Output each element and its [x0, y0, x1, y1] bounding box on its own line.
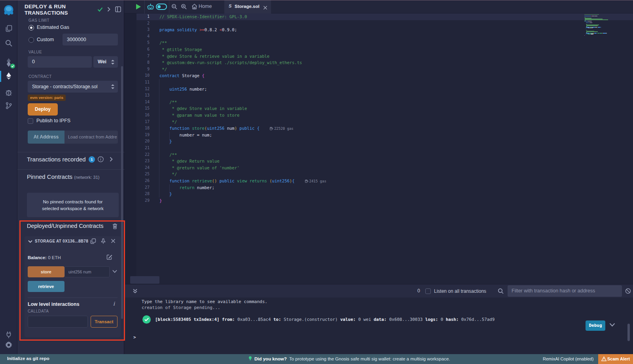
file-explorer-icon[interactable] [5, 25, 13, 32]
window-top-border [0, 0, 633, 0]
code-line: 15 * @dev Store value in variable [124, 105, 633, 112]
pin-icon[interactable] [100, 238, 106, 244]
tab-storage-sol[interactable]: S Storage.sol [224, 0, 271, 13]
panel-scrollbar[interactable] [121, 66, 123, 319]
terminal-line: Type the library name to see available c… [142, 299, 267, 304]
indent-guide [159, 79, 159, 197]
code-line: 26 function retrieve() public view retur… [124, 178, 633, 184]
deploy-button[interactable]: Deploy [28, 103, 58, 116]
custom-gas-radio[interactable] [28, 37, 34, 43]
info-icon[interactable] [98, 156, 104, 162]
clear-terminal-icon[interactable] [625, 288, 631, 294]
code-line: 12 uint256 number; [124, 86, 633, 93]
deploy-run-icon[interactable] [5, 72, 13, 80]
calldata-label: CALLDATA [28, 309, 49, 313]
at-address-input[interactable]: Load contract from Addre [64, 131, 118, 144]
value-unit-select[interactable]: Wei [93, 56, 118, 68]
zoom-out-icon[interactable] [171, 4, 178, 10]
transact-button[interactable]: Transact [91, 316, 118, 328]
lightbulb-icon [248, 356, 252, 361]
gas-limit-label: GAS LIMIT [28, 18, 49, 23]
low-level-title: Low level interactions [28, 301, 80, 307]
scam-alert-button[interactable]: Scam Alert [598, 354, 633, 364]
code-line: 13 [124, 92, 633, 99]
code-line: 24 * @return value of 'number' [124, 165, 633, 171]
search-icon[interactable] [5, 39, 13, 47]
git-init-label[interactable]: Initialize as git repo [7, 356, 49, 361]
code-editor[interactable]: 1// SPDX-License-Identifier: GPL-3.023pr… [124, 13, 633, 284]
icon-rail [0, 0, 17, 354]
trash-icon[interactable] [112, 223, 118, 229]
edit-icon[interactable] [106, 254, 112, 260]
horizontal-scrollbar[interactable] [130, 276, 159, 284]
evm-version-badge: evm version: paris [28, 95, 66, 101]
panel-expand-icon[interactable] [107, 7, 110, 12]
copilot-toggle[interactable] [156, 4, 167, 10]
panel-title: DEPLOY & RUNTRANSACTIONS [25, 4, 68, 16]
terminal-scrollbar[interactable] [627, 324, 630, 341]
listen-all-checkbox[interactable] [425, 288, 431, 294]
lowlevel-info-icon[interactable]: i [113, 301, 115, 307]
solidity-compiler-icon[interactable] [5, 58, 13, 67]
remix-logo[interactable] [3, 4, 15, 16]
publish-ipfs-label: Publish to IPFS [36, 118, 70, 123]
contract-instance-label[interactable]: STORAGE AT 0X136...8B78 [35, 239, 88, 243]
retrieve-function-button[interactable]: retrieve [28, 281, 64, 292]
divider [28, 298, 118, 298]
plugin-manager-icon[interactable] [5, 331, 13, 339]
transaction-log[interactable]: [block:5583405 txIndex:4] from: 0xa03...… [155, 317, 495, 322]
gas-estimate: 22520 gas [270, 125, 294, 132]
transactions-recorded-label: Transactions recorded [27, 156, 86, 163]
publish-ipfs-checkbox[interactable] [28, 118, 33, 124]
at-address-button[interactable]: At Address [28, 131, 64, 144]
code-line: 3pragma solidity >=0.8.2 <0.9.0; [124, 27, 633, 33]
ai-assistant-icon[interactable] [147, 3, 154, 12]
close-icon[interactable] [111, 239, 116, 243]
home-tab-label[interactable]: Home [199, 4, 212, 9]
code-line: 22 /** [124, 152, 633, 158]
tx-expand-chevron-icon[interactable] [609, 323, 615, 327]
did-you-know-tip: Did you know? To prototype using the Gno… [248, 356, 450, 361]
code-line: 8 * @custom:dev-run-script ./scripts/dep… [124, 59, 633, 66]
tab-bar: Home S Storage.sol [124, 0, 633, 13]
estimated-gas-radio[interactable] [28, 25, 34, 30]
code-line: 23 * @dev Return value [124, 158, 633, 165]
expand-terminal-icon[interactable] [133, 288, 138, 294]
code-line: 6 * @title Storage [124, 46, 633, 53]
git-icon[interactable] [5, 102, 13, 110]
divider [144, 0, 145, 13]
code-line: 2 [124, 20, 633, 27]
copy-icon[interactable] [90, 238, 96, 244]
zoom-in-icon[interactable] [181, 4, 187, 10]
contract-select[interactable]: Storage - contracts/Storage.sol [28, 81, 118, 93]
terminal-tx-count: 0 [417, 288, 420, 294]
panel-layout-icon[interactable] [115, 6, 121, 12]
custom-gas-input[interactable]: 3000000 [63, 34, 118, 46]
store-expand-chevron-icon[interactable] [112, 270, 117, 273]
tab-close-icon[interactable] [263, 4, 268, 9]
filter-input[interactable]: Filter with transaction hash or address [508, 285, 622, 297]
minimap[interactable] [584, 14, 629, 36]
active-plugin-indicator [0, 71, 1, 82]
updown-arrows-icon [111, 60, 114, 64]
divider [169, 0, 169, 13]
copilot-status[interactable]: RemixAI Copilot (enabled) [543, 356, 593, 361]
transactions-count-badge: 1 [89, 156, 95, 163]
transactions-expand-icon[interactable] [110, 157, 113, 162]
debugger-icon[interactable] [5, 89, 13, 97]
store-args-input[interactable]: uint256 num [64, 266, 110, 277]
listen-all-label: Listen on all transactions [434, 288, 486, 294]
code-line: 14 /** [124, 99, 633, 106]
collapse-chevron-icon[interactable] [28, 240, 32, 243]
store-function-button[interactable]: store [28, 266, 64, 277]
gas-estimate: 2415 gas [305, 178, 326, 185]
value-input[interactable]: 0 [28, 56, 92, 68]
code-line: 11 [124, 79, 633, 86]
settings-gear-icon[interactable] [5, 341, 13, 349]
terminal-search-icon [498, 288, 504, 294]
run-script-icon[interactable] [136, 4, 141, 9]
terminal[interactable]: Type the library name to see available c… [124, 298, 633, 354]
debug-button[interactable]: Debug [586, 320, 605, 331]
calldata-input[interactable] [28, 316, 88, 328]
home-icon[interactable] [191, 4, 197, 9]
